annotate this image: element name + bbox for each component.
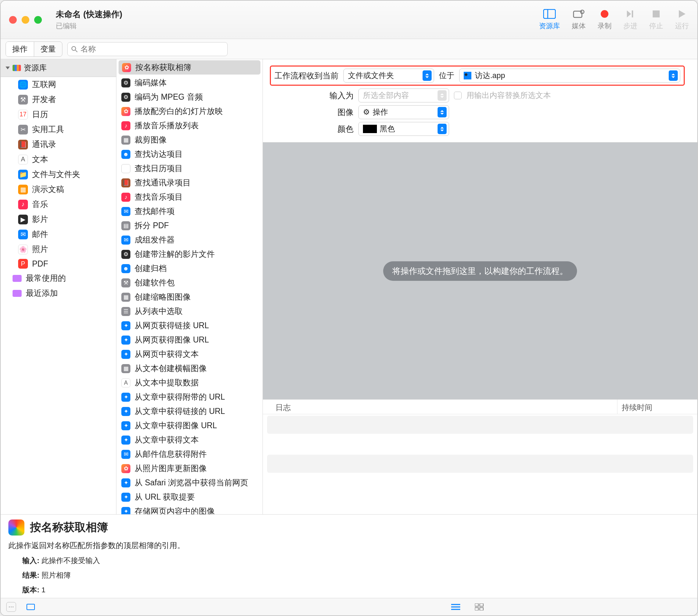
action-row[interactable]: ⚙编码媒体 bbox=[116, 76, 263, 90]
search-input[interactable] bbox=[81, 45, 224, 54]
library-item[interactable]: 音乐 bbox=[32, 199, 48, 210]
image-icon: ▦ bbox=[121, 364, 130, 373]
library-item[interactable]: 演示文稿 bbox=[32, 184, 64, 195]
tab-variables[interactable]: 变量 bbox=[34, 42, 62, 56]
action-row[interactable]: ✉成组发件器 bbox=[116, 233, 263, 247]
svg-point-4 bbox=[601, 10, 608, 18]
toolbar-media-button[interactable]: 媒体 bbox=[572, 9, 586, 31]
library-root[interactable]: 资源库 bbox=[1, 59, 116, 77]
highlighted-config-row: 工作流程收到当前 文件或文件夹 位于 ☻访达.app bbox=[270, 66, 685, 86]
action-row[interactable]: ✉从邮件信息获得附件 bbox=[116, 447, 263, 461]
safari-icon: ✦ bbox=[121, 350, 130, 359]
color-label: 颜色 bbox=[315, 124, 354, 134]
action-row[interactable]: ⚙编码为 MPEG 音频 bbox=[116, 90, 263, 104]
action-row[interactable]: ⚒创建软件包 bbox=[116, 276, 263, 290]
action-row[interactable]: ✦从文章中获得文本 bbox=[116, 433, 263, 447]
library-item[interactable]: 开发者 bbox=[32, 94, 56, 105]
toolbar-stop-button: 停止 bbox=[649, 9, 663, 31]
titlebar: 未命名 (快速操作) 已编辑 资源库 媒体 录制 步进 bbox=[1, 1, 697, 39]
library-item[interactable]: 邮件 bbox=[32, 229, 48, 240]
action-row[interactable]: ♪查找音乐项目 bbox=[116, 190, 263, 204]
log-panel: 日志 持续时间 bbox=[263, 399, 697, 514]
minimize-button[interactable] bbox=[22, 16, 29, 24]
desc-input-key: 输入: bbox=[22, 556, 39, 564]
located-popup[interactable]: ☻访达.app bbox=[459, 69, 680, 83]
action-row[interactable]: ☻查找访达项目 bbox=[116, 147, 263, 161]
action-row[interactable]: ▦创建缩略图图像 bbox=[116, 290, 263, 304]
automator-window: 未命名 (快速操作) 已编辑 资源库 媒体 录制 步进 bbox=[0, 0, 698, 616]
library-item[interactable]: PDF bbox=[32, 259, 48, 269]
action-row[interactable]: ✦从文章中获得图像 URL bbox=[116, 418, 263, 433]
log-row bbox=[267, 416, 693, 434]
action-row[interactable]: ⚙创建带注解的影片文件 bbox=[116, 247, 263, 261]
library-item[interactable]: 通讯录 bbox=[32, 139, 56, 150]
toolbar-record-button[interactable]: 录制 bbox=[598, 9, 612, 31]
library-item[interactable]: 实用工具 bbox=[32, 124, 64, 135]
image-icon: ▦ bbox=[121, 136, 130, 145]
image-popup[interactable]: ⚙操作 bbox=[358, 105, 449, 119]
library-item[interactable]: 文本 bbox=[32, 154, 48, 165]
color-popup[interactable]: 黑色 bbox=[358, 122, 449, 136]
action-row[interactable]: ▦裁剪图像 bbox=[116, 133, 263, 147]
svg-line-10 bbox=[75, 50, 77, 52]
action-row[interactable]: ✦从网页中获得文本 bbox=[116, 347, 263, 361]
action-row[interactable]: ✦从文章中获得附带的 URL bbox=[116, 390, 263, 404]
action-row[interactable]: ☻创建归档 bbox=[116, 261, 263, 276]
action-row[interactable]: ✿从照片图库更新图像 bbox=[116, 461, 263, 476]
receives-popup[interactable]: 文件或文件夹 bbox=[343, 69, 434, 83]
desc-version-key: 版本: bbox=[22, 586, 39, 594]
description-title: 按名称获取相簿 bbox=[30, 520, 108, 535]
search-field[interactable] bbox=[67, 42, 228, 56]
duration-column-header[interactable]: 持续时间 bbox=[617, 400, 697, 414]
results-toggle-button[interactable] bbox=[26, 604, 35, 610]
list-view-button[interactable] bbox=[449, 602, 462, 612]
tools-icon: ✂ bbox=[18, 125, 28, 134]
replace-checkbox[interactable] bbox=[454, 92, 462, 99]
books-icon bbox=[13, 65, 21, 71]
pdf-icon: P bbox=[18, 259, 28, 269]
desc-result-val: 照片相簿 bbox=[41, 571, 71, 579]
grid-view-button[interactable] bbox=[473, 602, 486, 612]
action-row[interactable]: 17查找日历项目 bbox=[116, 161, 263, 176]
library-item[interactable]: 日历 bbox=[32, 109, 48, 120]
svg-rect-16 bbox=[475, 608, 478, 610]
action-row[interactable]: ✦从 URL 获取提要 bbox=[116, 490, 263, 504]
action-row[interactable]: ✦从网页获得图像 URL bbox=[116, 333, 263, 347]
library-group[interactable]: 最常使用的 bbox=[26, 273, 66, 284]
log-column-header[interactable]: 日志 bbox=[263, 400, 617, 414]
action-row[interactable]: ▤拆分 PDF bbox=[116, 218, 263, 233]
library-item[interactable]: 影片 bbox=[32, 214, 48, 225]
close-button[interactable] bbox=[9, 16, 17, 24]
action-row[interactable]: ▦从文本创建横幅图像 bbox=[116, 361, 263, 376]
workflow-canvas[interactable]: 将操作或文件拖到这里，以构建你的工作流程。 bbox=[263, 143, 697, 399]
action-row[interactable]: 📕查找通讯录项目 bbox=[116, 176, 263, 190]
filter-bar: 操作 变量 bbox=[1, 39, 697, 59]
zoom-button[interactable] bbox=[34, 16, 42, 24]
library-group[interactable]: 最近添加 bbox=[26, 288, 58, 299]
action-row[interactable]: ♪播放音乐播放列表 bbox=[116, 118, 263, 133]
actions-variables-segment[interactable]: 操作 变量 bbox=[6, 41, 62, 57]
finder-icon: ☻ bbox=[121, 150, 130, 159]
library-item[interactable]: 照片 bbox=[32, 244, 48, 255]
toolbar-library-button[interactable]: 资源库 bbox=[539, 9, 560, 31]
options-menu-button[interactable]: ⋯ bbox=[6, 602, 16, 612]
action-row[interactable]: ✉查找邮件项 bbox=[116, 204, 263, 218]
action-row[interactable]: ✦从文章中获得链接的 URL bbox=[116, 404, 263, 418]
library-item[interactable]: 文件与文件夹 bbox=[32, 169, 80, 180]
action-row[interactable]: ✦从 Safari 浏览器中获得当前网页 bbox=[116, 476, 263, 490]
action-row[interactable]: ✦从网页获得链接 URL bbox=[116, 318, 263, 333]
log-header: 日志 持续时间 bbox=[263, 400, 697, 414]
tab-actions[interactable]: 操作 bbox=[6, 42, 34, 56]
photos-icon: ✿ bbox=[121, 464, 130, 473]
action-row[interactable]: ✦存储网页内容中的图像 bbox=[116, 504, 263, 514]
chevron-updown-icon bbox=[438, 90, 447, 101]
action-row-selected[interactable]: ✿按名称获取相簿 bbox=[119, 60, 260, 75]
library-item[interactable]: 互联网 bbox=[32, 79, 56, 90]
pdf-icon: ▤ bbox=[121, 221, 130, 230]
action-row[interactable]: ✿播放配旁白的幻灯片放映 bbox=[116, 104, 263, 118]
toolbar-stop-label: 停止 bbox=[649, 21, 663, 31]
main-content: 资源库 🌐互联网 ⚒开发者 17日历 ✂实用工具 📕通讯录 A文本 📁文件与文件… bbox=[1, 59, 697, 514]
action-row[interactable]: A从文本中提取数据 bbox=[116, 376, 263, 390]
action-row[interactable]: ☰从列表中选取 bbox=[116, 304, 263, 318]
description-panel: 按名称获取相簿 此操作返回对名称匹配所指参数的顶层相簿的引用。 输入: 此操作不… bbox=[1, 514, 697, 598]
